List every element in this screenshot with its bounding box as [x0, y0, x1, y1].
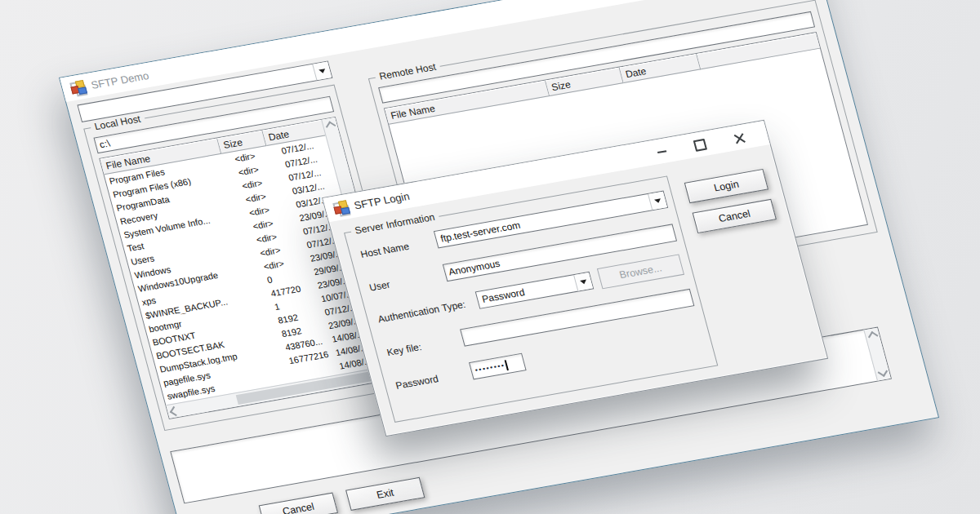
file-size-cell — [284, 366, 337, 375]
app-icon — [69, 80, 87, 95]
chevron-down-icon — [654, 198, 662, 203]
chevron-down-icon — [318, 69, 326, 73]
scroll-up-icon[interactable] — [325, 121, 336, 131]
password-label: Password — [394, 373, 440, 392]
cancel-button[interactable]: Cancel — [259, 493, 338, 514]
log-vertical-scrollbar[interactable] — [863, 328, 890, 381]
combobox-dropdown-button[interactable] — [648, 192, 667, 210]
scroll-left-icon[interactable] — [170, 405, 180, 415]
password-masked-value: •••••••• — [473, 357, 507, 379]
dialog-cancel-button[interactable]: Cancel — [693, 199, 777, 233]
close-icon — [731, 131, 746, 145]
exit-button[interactable]: Exit — [345, 477, 425, 511]
scroll-down-icon[interactable] — [877, 367, 888, 377]
minimize-icon — [657, 150, 666, 153]
password-input[interactable]: •••••••• — [469, 353, 527, 380]
server-information-group: Server Information Host Name ftp.test-se… — [344, 175, 718, 423]
host-name-label: Host Name — [359, 241, 411, 260]
chevron-down-icon — [580, 279, 587, 284]
user-value: Anonymous — [448, 258, 501, 278]
dialog-title: SFTP Login — [353, 189, 411, 210]
key-file-label: Key file: — [385, 341, 423, 358]
auth-type-value: Password — [476, 275, 577, 308]
combobox-dropdown-button[interactable] — [573, 273, 593, 291]
maximize-icon — [693, 139, 707, 152]
page-background: SFTP Demo Local Host c:\ File Name Size … — [0, 0, 980, 514]
combobox-dropdown-button[interactable] — [312, 62, 332, 81]
auth-type-combobox[interactable]: Password — [475, 272, 595, 309]
scroll-up-icon[interactable] — [867, 331, 878, 341]
browse-button[interactable]: Browse... — [597, 254, 684, 289]
login-button[interactable]: Login — [684, 169, 768, 203]
auth-type-label: Authentication Type: — [376, 299, 467, 325]
app-icon — [332, 200, 350, 215]
user-label: User — [368, 279, 392, 294]
main-window-title: SFTP Demo — [90, 69, 150, 91]
local-path-value: c:\ — [98, 138, 111, 151]
